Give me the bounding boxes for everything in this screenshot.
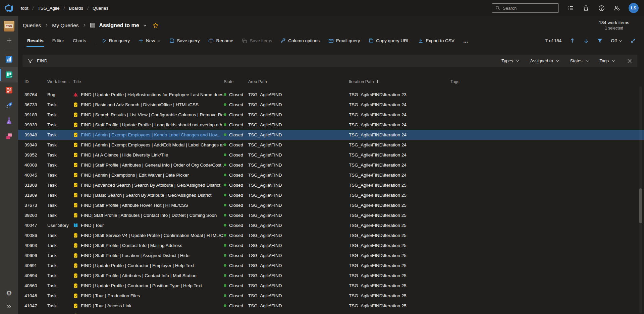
column-header-area-path[interactable]: Area Path [248,79,349,84]
sidebar-item-test-plans[interactable] [0,113,18,129]
save-items-button[interactable]: Save items [242,38,272,44]
breadcrumb-boards[interactable]: Boards [69,6,83,11]
sidebar-item-overview[interactable] [0,52,18,67]
table-row[interactable]: 31809TaskFIND | Basic Search | Search By… [18,190,644,200]
column-header-id[interactable]: ID [24,79,47,84]
work-item-title-cell[interactable]: FIND | Staff Service V4 | Update Profile… [73,233,224,238]
table-row[interactable]: 39849TaskFIND | Admin | Exempt Employees… [18,140,644,150]
help-icon[interactable] [598,4,605,12]
scrollbar-thumb[interactable] [639,188,642,223]
table-row[interactable]: 39260TaskFIND| Staff Profile | Attribute… [18,210,644,220]
query-title[interactable]: Assigned to me [99,22,139,28]
work-item-title-cell[interactable]: FIND | Tour | Access Link [73,303,224,308]
fullscreen-icon[interactable] [630,38,636,44]
table-row[interactable]: 40603TaskFIND | Staff Profile | Contact … [18,240,644,250]
work-item-title-cell[interactable]: FIND | Update Profile | Contractor | Pos… [73,283,224,288]
work-item-title-link[interactable]: FIND | Staff Profile | Contact Info | Ma… [81,243,182,248]
work-item-title-cell[interactable]: FIND | Staff Profile | Attributes | Gene… [73,163,224,168]
filter-toggle-icon[interactable] [597,38,603,44]
work-item-title-link[interactable]: FIND | Admin | Exempt Employees | Kendo … [81,132,220,137]
work-item-title-cell[interactable]: FIND | Staff Profile | Attributes | Cont… [73,273,224,278]
export-to-csv-button[interactable]: Export to CSV [418,38,454,43]
column-header-work-item-type[interactable]: Work Item... [47,79,73,84]
new-query-button[interactable]: New [139,38,161,43]
work-item-title-cell[interactable]: FIND | Search Results | List View | Conf… [73,112,224,117]
save-query-button[interactable]: Save query [169,38,200,43]
rename-button[interactable]: Rename [208,38,233,44]
sidebar-item-artifacts[interactable] [0,129,18,144]
table-row[interactable]: 40008TaskFIND | Staff Profile | Attribut… [18,160,644,170]
table-row[interactable]: 40086TaskFIND | Staff Service V4 | Updat… [18,230,644,240]
marketplace-bag-icon[interactable] [582,4,590,12]
table-row[interactable]: 40860TaskFIND | Update Profile | Contrac… [18,280,644,291]
tab-charts[interactable]: Charts [68,35,91,47]
breadcrumb-project[interactable]: TSG_Agile [38,6,59,11]
table-row[interactable]: 40045TaskFIND | Admin | Exemptions | Edi… [18,170,644,180]
table-row[interactable]: 40694TaskFIND | Staff Profile | Attribut… [18,270,644,280]
work-item-title-link[interactable]: FIND | Staff Profile | Attributes | Cont… [81,273,197,278]
work-item-title-link[interactable]: FIND | At A Glance | Hide Diversity Link… [81,152,168,158]
run-query-button[interactable]: Run query [102,38,130,43]
filter-keyword-input[interactable]: FIND [37,58,48,63]
work-item-title-link[interactable]: FIND| Staff Profile | Attributes | Conta… [81,213,217,218]
copy-query-url-button[interactable]: Copy query URL [369,38,410,43]
chevron-down-icon[interactable] [143,23,147,27]
next-item-button[interactable] [583,38,589,44]
work-item-title-link[interactable]: FIND | Tour | Access Link [81,303,131,308]
user-settings-icon[interactable] [613,4,621,12]
azure-devops-logo[interactable] [5,4,13,12]
work-item-title-cell[interactable]: FIND | Admin | Exempt Employees | Kendo … [73,132,224,137]
search-box[interactable] [492,3,559,13]
sidebar-item-project[interactable]: TSG [0,18,18,34]
table-row[interactable]: 40606TaskFIND | Staff Profile | Location… [18,250,644,260]
filter-assigned-to-dropdown[interactable]: Assigned to [530,58,559,63]
work-item-title-link[interactable]: FIND | Update Profile | Contractor | Emp… [81,263,194,268]
filter-states-dropdown[interactable]: States [570,58,589,63]
work-item-title-link[interactable]: FIND | Basic and Adv Search | Division/O… [81,102,199,107]
column-header-state[interactable]: State [224,79,248,84]
work-item-title-link[interactable]: FIND | Staff Profile | Location | Assign… [81,253,190,258]
work-item-title-link[interactable]: FIND | Staff Service V4 | Update Profile… [81,233,224,238]
sidebar-collapse-toggle[interactable] [0,300,18,313]
work-item-title-cell[interactable]: FIND | Tour [73,223,224,228]
sidebar-item-boards[interactable] [0,67,18,82]
sidebar-item-pipelines[interactable] [0,98,18,113]
work-item-title-cell[interactable]: FIND | Advanced Search | Search By Attri… [73,183,224,188]
work-item-title-link[interactable]: FIND | Advanced Search | Search By Attri… [81,183,220,188]
table-row[interactable]: 39839TaskFIND | Staff Profile | Update P… [18,120,644,130]
column-options-button[interactable]: Column options [281,38,320,43]
sidebar-item-repos[interactable] [0,82,18,98]
work-item-title-cell[interactable]: FIND | Admin | Exempt Employees | Add/Ed… [73,142,224,147]
column-header-tags[interactable]: Tags [450,79,644,84]
table-row[interactable]: 39764BugFIND | Update Profile | Help/Ins… [18,89,644,100]
table-row[interactable]: 39848TaskFIND | Admin | Exempt Employees… [18,130,644,140]
work-item-title-link[interactable]: FIND | Staff Profile | Attribute Hover T… [81,203,188,208]
work-item-title-link[interactable]: FIND | Admin | Exempt Employees | Add/Ed… [81,142,224,147]
table-row[interactable]: 39852TaskFIND | At A Glance | Hide Diver… [18,150,644,160]
tab-editor[interactable]: Editor [48,35,68,47]
work-item-title-link[interactable]: FIND | Tour [81,223,104,228]
filter-types-dropdown[interactable]: Types [501,58,520,63]
work-item-title-link[interactable]: FIND | Staff Profile | Update Profile | … [81,122,224,127]
table-row[interactable]: 41046TaskFIND | Tour | Production FilesC… [18,291,644,301]
more-commands-button[interactable]: … [463,38,469,44]
work-item-title-cell[interactable]: FIND| Staff Profile | Attributes | Conta… [73,213,224,218]
search-input[interactable] [503,6,550,11]
table-row[interactable]: 40691TaskFIND | Update Profile | Contrac… [18,260,644,270]
work-item-title-link[interactable]: FIND | Tour | Production Files [81,293,140,298]
work-item-title-cell[interactable]: FIND | Staff Profile | Update Profile | … [73,122,224,127]
queries-breadcrumb-link[interactable]: Queries [23,22,41,28]
work-item-title-cell[interactable]: FIND | Basic Search | Search By Attribut… [73,193,224,198]
sidebar-item-add[interactable] [0,34,18,47]
breadcrumb-queries[interactable]: Queries [93,6,108,11]
work-item-title-cell[interactable]: FIND | At A Glance | Hide Diversity Link… [73,152,224,158]
tab-results[interactable]: Results [23,35,48,47]
user-avatar[interactable]: LS [629,3,639,13]
table-row[interactable]: 41047TaskFIND | Tour | Access LinkClosed… [18,301,644,311]
work-item-title-cell[interactable]: FIND | Staff Profile | Contact Info | Ma… [73,243,224,248]
table-row[interactable]: 36733TaskFIND | Basic and Adv Search | D… [18,100,644,110]
table-row[interactable]: 37673TaskFIND | Staff Profile | Attribut… [18,200,644,210]
work-item-title-link[interactable]: FIND | Staff Profile | Attributes | Gene… [81,163,224,168]
work-item-title-link[interactable]: FIND | Basic Search | Search By Attribut… [81,193,211,198]
table-row[interactable]: 31808TaskFIND | Advanced Search | Search… [18,180,644,190]
